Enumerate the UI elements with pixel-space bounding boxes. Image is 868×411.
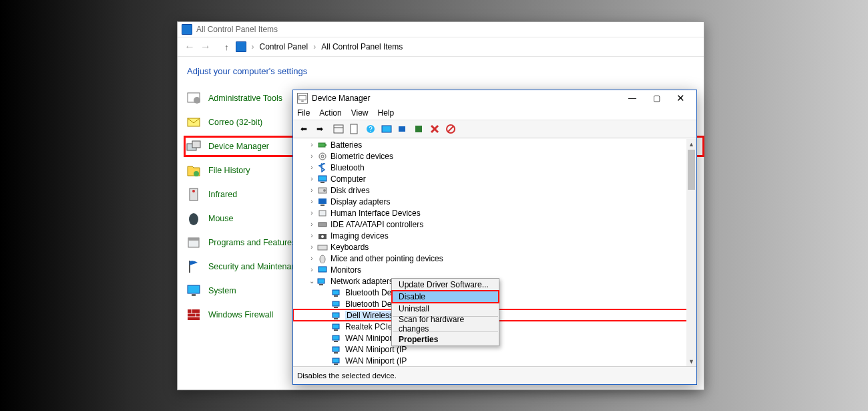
menu-view[interactable]: View [351,108,369,118]
svg-rect-10 [188,238,199,241]
svg-rect-44 [318,223,327,227]
ide-icon [317,220,328,229]
context-item-scan-for-hardware-changes[interactable]: Scan for hardware changes [392,318,499,330]
desktop-background: All Control Panel Items ← → ↑ › Control … [0,0,868,411]
svg-rect-64 [333,358,339,363]
scroll-thumb[interactable] [688,150,695,190]
tree-node[interactable]: ›Monitors [293,264,696,275]
svg-rect-47 [318,245,327,250]
expand-toggle[interactable]: › [308,209,316,217]
biometric-icon [317,152,328,161]
svg-rect-57 [334,318,338,319]
expand-toggle[interactable]: › [308,221,316,228]
breadcrumb-current[interactable]: All Control Panel Items [318,42,405,51]
svg-rect-63 [334,352,338,354]
svg-rect-54 [333,301,339,306]
device-manager-icon [297,93,308,104]
expand-toggle[interactable]: › [308,175,316,182]
svg-rect-65 [334,364,338,365]
tree-node[interactable]: ›Bluetooth [293,162,696,173]
expand-toggle[interactable]: ⌄ [308,277,316,285]
expand-toggle[interactable]: › [308,232,316,239]
cp-titlebar[interactable]: All Control Panel Items [178,22,704,37]
scroll-up-button[interactable]: ▲ [686,139,696,149]
tree-node-label: Bluetooth [331,163,365,172]
svg-rect-33 [318,143,325,147]
tb-scan-button[interactable] [379,122,394,136]
menu-help[interactable]: Help [378,108,395,118]
tb-help-button[interactable]: ? [363,122,378,136]
net-adapter-icon [332,288,343,297]
tb-forward-button[interactable]: ➡ [312,122,327,136]
menu-action[interactable]: Action [319,108,341,118]
infrared-icon [184,185,203,204]
svg-rect-28 [415,126,422,132]
tree-node-label: Computer [331,174,366,184]
dm-title: Device Manager [312,94,370,103]
tree-node[interactable]: ›Batteries [293,139,696,150]
expand-toggle[interactable]: › [308,266,316,273]
context-menu: Update Driver Software...DisableUninstal… [391,278,499,346]
svg-rect-23 [351,124,357,134]
tree-node[interactable]: WAN Miniport (IP [293,355,696,366]
svg-rect-61 [334,341,338,342]
tree-node-label: Keyboards [331,243,369,252]
svg-point-40 [323,189,326,192]
tree-node[interactable]: ›Computer [293,173,696,184]
cp-item-label: Correo (32-bit) [208,118,262,127]
context-item-uninstall[interactable]: Uninstall [392,303,499,315]
tb-update-button[interactable] [395,122,410,136]
vertical-scrollbar[interactable]: ▲ ▼ [686,139,696,366]
tb-enable-button[interactable] [411,122,426,136]
expand-toggle[interactable]: › [308,243,316,251]
tree-node[interactable]: ›IDE ATA/ATAPI controllers [293,219,696,230]
minimize-button[interactable]: — [620,91,644,106]
dm-menubar: FileActionViewHelp [293,106,696,120]
expand-toggle[interactable]: › [308,141,316,148]
tree-node[interactable]: ›Display adapters [293,196,696,207]
tree-node-label: WAN Miniport (IP [345,356,407,366]
context-item-update-driver-software-[interactable]: Update Driver Software... [392,279,499,291]
menu-file[interactable]: File [297,108,310,118]
nav-back-button[interactable]: ← [182,41,198,53]
svg-rect-34 [325,144,327,146]
nav-forward-button[interactable]: → [198,41,214,53]
net-adapter-icon [332,299,343,309]
tb-disable-button[interactable] [443,122,458,136]
mouse-icon [184,209,203,228]
flag-icon [184,257,203,276]
tree-node[interactable]: ›Imaging devices [293,230,696,241]
expand-toggle[interactable]: › [308,164,316,171]
cp-item-label: Administrative Tools [208,94,282,103]
nav-up-button[interactable]: ↑ [220,42,233,52]
tree-node[interactable]: ›Disk drives [293,184,696,196]
tb-show-hidden-button[interactable] [331,122,346,136]
context-item-properties[interactable]: Properties [392,333,499,346]
dm-titlebar[interactable]: Device Manager — ▢ ✕ [293,90,696,106]
firewall-icon [184,305,203,324]
tree-node-label: IDE ATA/ATAPI controllers [331,220,423,229]
tree-node[interactable]: ›Keyboards [293,241,696,253]
tb-back-button[interactable]: ⬅ [296,122,311,136]
cp-item-label: Security and Maintenance [208,262,305,271]
maximize-button[interactable]: ▢ [644,91,668,106]
svg-point-7 [192,190,195,192]
scroll-down-button[interactable]: ▼ [686,356,696,366]
disk-icon [317,186,328,195]
tb-properties-button[interactable] [347,122,362,136]
expand-toggle[interactable]: › [308,255,316,262]
net-adapter-icon [332,345,343,354]
expand-toggle[interactable]: › [308,198,316,205]
tree-node[interactable]: ›Mice and other pointing devices [293,253,696,264]
tree-node[interactable]: ›Biometric devices [293,150,696,162]
close-button[interactable]: ✕ [668,91,692,106]
context-item-disable[interactable]: Disable [392,291,499,303]
tb-uninstall-button[interactable] [427,122,442,136]
expand-toggle[interactable]: › [308,152,316,160]
tree-node[interactable]: ›Human Interface Devices [293,207,696,219]
svg-point-1 [194,97,200,104]
breadcrumb-root[interactable]: Control Panel [257,42,311,51]
expand-toggle[interactable]: › [308,186,316,194]
svg-rect-13 [192,294,196,296]
tree-node-label: Display adapters [331,197,390,207]
